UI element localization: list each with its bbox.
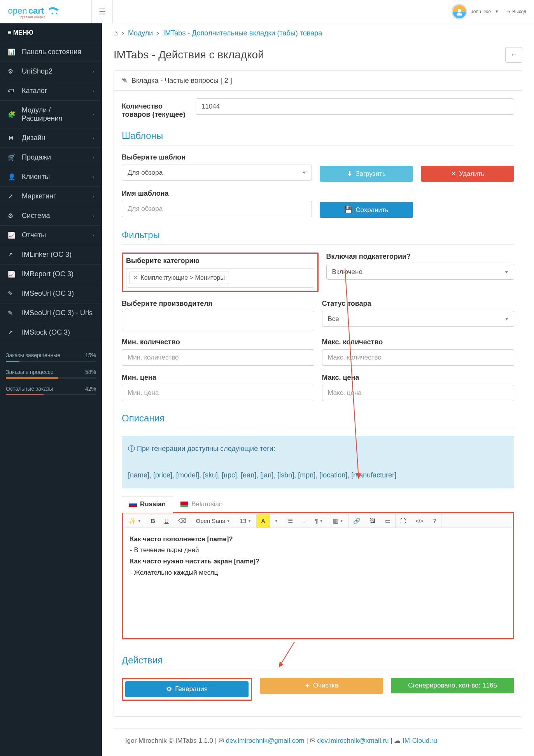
sidebar-label: Дизайн [22,134,46,142]
tb-video-button[interactable]: ▭ [380,514,395,528]
sidebar-label: IMStock (OC 3) [22,328,70,337]
breadcrumb-current[interactable]: IMTabs - Дополнительные вкладки (табы) т… [163,29,322,37]
generate-button[interactable]: ⚙ Генерация [125,681,249,697]
stat-row-1: Заказы в процессе58% [6,369,96,379]
sidebar-item-13[interactable]: ✎IMSeoUrl (OC 3) - Urls [0,303,102,323]
load-template-button[interactable]: ⬇ Загрузить [320,166,413,182]
footer-site[interactable]: IM-Cloud.ru [403,737,437,744]
toggle-menu-button[interactable]: ☰ [91,0,113,23]
sidebar-icon: 📈 [8,270,17,278]
sidebar-item-3[interactable]: 🧩Модули / Расширения› [0,101,102,128]
template-select-label: Выберите шаблон [122,153,312,161]
tb-color-more-button[interactable]: ▼ [270,514,283,528]
sidebar-item-6[interactable]: 👤Клиенты› [0,167,102,187]
sidebar-item-2[interactable]: 🏷Каталог› [0,81,102,101]
chevron-right-icon: › [93,88,94,94]
tb-code-button[interactable]: </> [411,514,429,528]
edit-icon: ✎ [122,76,128,85]
footer-email2[interactable]: dev.imirochnik@xmail.ru [317,737,389,744]
template-name-input[interactable] [122,201,312,217]
sidebar-item-5[interactable]: 🛒Продажи› [0,148,102,167]
tb-link-button[interactable]: 🔗 [348,514,365,528]
logout-button[interactable]: ↪ Выход [506,9,526,14]
sidebar-label: Каталог [22,87,47,95]
info-box: ⓘ При генерации доступны следующие теги:… [122,436,514,488]
logo[interactable]: opencartРусская сборка [0,4,91,19]
main-panel: ✎ Вкладка - Частые вопросы [ 2 ] Количес… [114,70,522,717]
tb-ol-button[interactable]: ≡ [298,514,310,528]
breadcrumb-modules[interactable]: Модули [128,29,153,37]
sidebar-icon: ⚙ [8,68,17,75]
home-icon[interactable]: ⌂ [114,29,118,37]
sidebar-item-12[interactable]: ✎IMSeoUrl (OC 3) [0,284,102,303]
flag-be-icon [180,502,188,507]
sidebar-item-10[interactable]: ↗IMLinker (OC 3) [0,245,102,265]
sidebar-item-11[interactable]: 📈IMReport (OC 3) [0,265,102,284]
chevron-right-icon: › [93,213,94,219]
min-price-label: Мин. цена [122,374,314,382]
remove-token-button[interactable]: × [134,274,137,281]
sidebar-item-7[interactable]: ↗Маркетинг› [0,187,102,206]
status-select[interactable]: Все [322,311,515,327]
logout-icon: ↪ [506,9,510,14]
language-tabs: Russian Belarusian [122,496,514,513]
tb-bold-button[interactable]: B [146,514,160,528]
category-input[interactable]: × Комплектующие > Мониторы [126,268,314,288]
sidebar-label: Маркетинг [22,192,56,200]
panel-heading: ✎ Вкладка - Частые вопросы [ 2 ] [114,71,522,91]
editor-content[interactable]: Как часто пополняется [name]? - В течени… [124,528,512,637]
sidebar-item-9[interactable]: 📈Отчеты› [0,226,102,245]
sidebar-item-0[interactable]: 📊Панель состояния [0,42,102,62]
min-price-input[interactable] [122,385,314,401]
sidebar-label: Клиенты [22,173,50,181]
max-price-input[interactable] [322,385,515,401]
user-menu[interactable]: John Doe ▼ [452,4,499,19]
tb-image-button[interactable]: 🖼 [365,514,380,528]
tb-underline-button[interactable]: U [160,514,173,528]
tb-color-button[interactable]: A [256,514,270,528]
footer-email1[interactable]: dev.imirochnik@gmail.com [226,737,305,744]
include-sub-select[interactable]: Включено [326,264,515,280]
min-qty-input[interactable] [122,349,314,366]
sidebar-icon: 📈 [8,232,17,239]
sidebar-label: Панель состояния [22,48,81,56]
filters-legend: Фильтры [122,226,514,245]
delete-template-button[interactable]: ✕ Удалить [421,166,514,182]
tb-table-button[interactable]: ▦▼ [328,514,348,528]
sidebar-icon: 🛒 [8,154,17,161]
sidebar-item-1[interactable]: ⚙UniShop2› [0,62,102,81]
sidebar-label: UniShop2 [22,67,53,75]
manufacturer-input[interactable] [122,311,314,330]
max-qty-input[interactable] [322,349,515,366]
avatar [452,4,467,19]
sidebar-item-4[interactable]: 🖥Дизайн› [0,128,102,148]
tb-help-button[interactable]: ? [428,514,441,528]
cleanup-button[interactable]: ✦ Очистка [260,678,383,694]
tab-russian[interactable]: Russian [122,496,173,513]
tb-ul-button[interactable]: ☰ [283,514,298,528]
sidebar-icon: 📊 [8,48,17,56]
tb-clear-button[interactable]: ⌫ [173,514,191,528]
tb-font-family-button[interactable]: Open Sans ▼ [191,514,235,528]
tb-fullscreen-button[interactable]: ⛶ [396,514,411,528]
tb-magic-button[interactable]: ✨▼ [124,514,146,528]
product-count-input[interactable] [196,98,514,115]
save-template-button[interactable]: 💾 Сохранить [320,202,413,218]
tab-belarusian[interactable]: Belarusian [173,496,230,512]
category-token: × Комплектующие > Мониторы [130,272,229,284]
sidebar-label: IMReport (OC 3) [22,270,74,278]
chevron-right-icon: › [93,155,94,160]
svg-text:Русская сборка: Русская сборка [20,15,46,19]
sidebar-icon: ⚙ [8,212,17,219]
tb-font-size-button[interactable]: 13▼ [235,514,256,528]
tb-para-button[interactable]: ¶▼ [310,514,328,528]
back-button[interactable]: ↩ [505,47,522,63]
chevron-right-icon: › [93,135,94,141]
sidebar-item-14[interactable]: ↗IMStock (OC 3) [0,323,102,342]
svg-point-2 [51,12,53,14]
sidebar-label: Модули / Расширения [22,106,93,123]
template-select[interactable]: Для обзора [122,165,312,181]
module-footer: Igor Mirochnik © IMTabs 1.1.0 | ✉ dev.im… [114,728,522,752]
sidebar-item-8[interactable]: ⚙Система› [0,206,102,226]
rich-text-editor: ✨▼ B U ⌫ Open Sans ▼ 13▼ A [124,514,512,637]
